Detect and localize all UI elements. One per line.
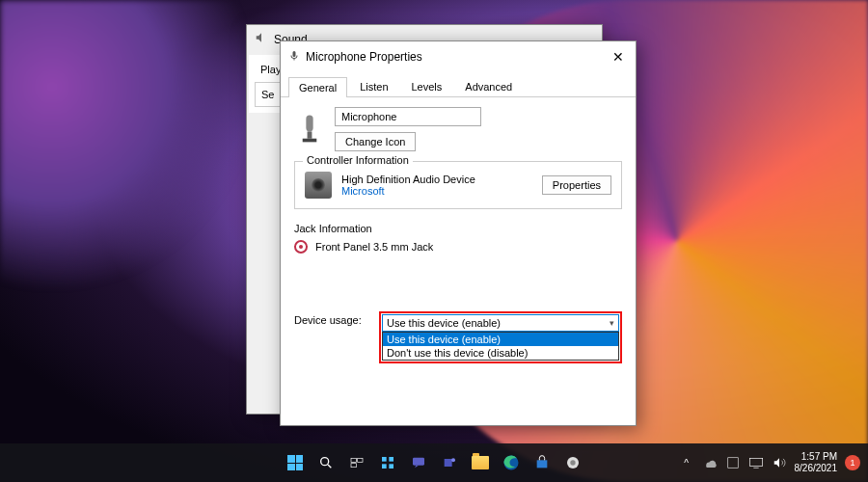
svg-rect-9 [389,457,393,462]
controller-properties-button[interactable]: Properties [542,175,611,195]
tab-advanced[interactable]: Advanced [454,76,523,96]
system-tray: ^ 1:57 PM 8/26/2021 1 [679,451,869,474]
speaker-icon [255,31,268,47]
controller-icon [305,172,332,199]
device-usage-options: Use this device (enable) Don't use this … [382,332,619,361]
controller-device: High Definition Audio Device [341,174,532,185]
teams-button[interactable] [436,449,463,476]
microphone-properties-window: Microphone Properties ✕ General Listen L… [280,40,637,426]
store-button[interactable] [529,449,556,476]
device-usage-dropdown[interactable]: Use this device (enable) ▾ [382,314,619,332]
device-name-input[interactable] [335,107,481,126]
notification-badge[interactable]: 1 [845,455,860,470]
svg-rect-19 [749,458,762,466]
svg-rect-10 [382,464,387,469]
network-icon[interactable] [748,455,764,470]
device-usage-label: Device usage: [294,311,371,326]
controller-legend: Controller Information [303,154,413,166]
svg-rect-8 [382,457,387,462]
svg-rect-7 [351,464,356,468]
svg-line-4 [328,465,331,468]
chevron-down-icon: ▾ [610,318,614,328]
device-usage-highlight: Use this device (enable) ▾ Use this devi… [379,311,622,363]
controller-info-group: Controller Information High Definition A… [294,161,622,209]
svg-rect-1 [308,131,312,138]
jack-label: Front Panel 3.5 mm Jack [315,241,433,253]
svg-rect-0 [306,115,312,131]
svg-point-14 [451,458,455,462]
svg-rect-2 [303,139,317,143]
onedrive-icon[interactable] [702,455,718,470]
svg-rect-18 [727,458,738,469]
svg-rect-6 [358,458,363,462]
svg-point-17 [570,460,575,465]
tab-general[interactable]: General [288,77,347,97]
svg-rect-13 [445,459,452,467]
tab-bar: General Listen Levels Advanced [281,72,636,97]
controller-vendor-link[interactable]: Microsoft [341,185,532,197]
option-disable[interactable]: Don't use this device (disable) [383,346,618,360]
svg-rect-5 [351,458,356,462]
search-button[interactable] [312,449,339,476]
app-button[interactable] [559,449,586,476]
clock-date: 8/26/2021 [795,463,838,474]
svg-rect-11 [389,464,393,469]
clock[interactable]: 1:57 PM 8/26/2021 [795,451,838,474]
taskbar: ^ 1:57 PM 8/26/2021 1 [0,443,868,482]
language-icon[interactable] [725,455,741,470]
option-enable[interactable]: Use this device (enable) [383,333,618,346]
jack-legend: Jack Information [294,223,622,234]
edge-button[interactable] [498,449,525,476]
tab-levels[interactable]: Levels [401,76,453,96]
explorer-button[interactable] [467,449,494,476]
dropdown-selected: Use this device (enable) [387,317,501,329]
change-icon-button[interactable]: Change Icon [335,132,416,151]
sound-tab-se: Se [261,89,274,100]
close-button[interactable]: ✕ [609,47,628,67]
taskbar-center [282,449,586,476]
start-button[interactable] [282,449,309,476]
chat-button[interactable] [405,449,432,476]
clock-time: 1:57 PM [801,451,837,463]
svg-point-3 [321,458,329,466]
tray-overflow-icon[interactable]: ^ [679,455,694,470]
widgets-button[interactable] [374,449,401,476]
jack-indicator-icon [294,240,308,254]
mic-icon [288,49,300,66]
window-title: Microphone Properties [306,50,422,64]
volume-icon[interactable] [772,455,787,470]
task-view-button[interactable] [343,449,370,476]
tab-listen[interactable]: Listen [349,76,398,96]
svg-rect-12 [413,458,424,466]
device-icon [294,112,325,147]
